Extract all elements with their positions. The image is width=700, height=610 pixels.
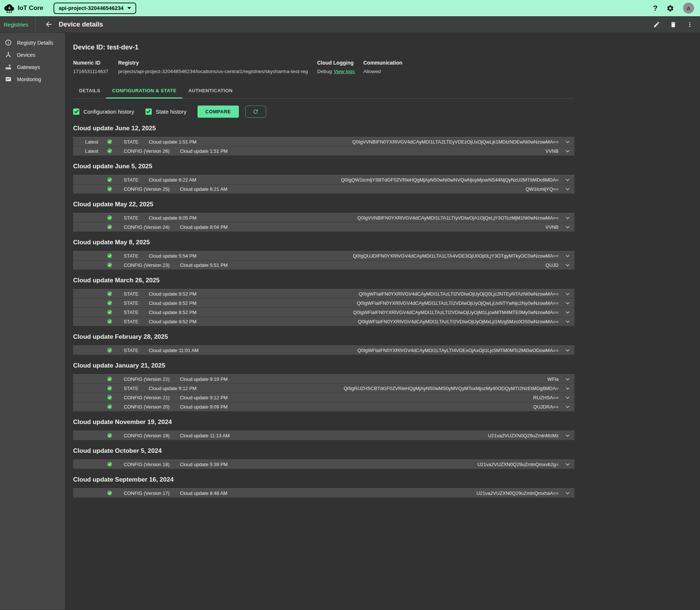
cloud-logging-level: Debug [317,69,332,74]
sidebar-item-label: Gateways [17,64,40,70]
kebab-menu-icon[interactable] [686,21,693,28]
success-check-icon [107,318,113,324]
chevron-down-icon[interactable] [565,300,570,306]
history-row[interactable]: STATE Cloud update 8:52 PM Q0IgWFlaIFN0Y… [73,317,574,326]
view-logs-link[interactable]: View logs [334,69,355,74]
history-row[interactable]: STATE Cloud update 8:52 PM Q0IgWFlaIFN0Y… [73,299,574,308]
refresh-button[interactable] [245,106,266,118]
chevron-down-icon[interactable] [565,433,570,438]
sidebar-item-monitoring[interactable]: Monitoring [0,73,65,85]
row-value: Q0IgWFlaIFN0YXRlVGV4dCAyMDI1LTAzLTI2VDIw… [353,310,559,315]
chevron-down-icon[interactable] [565,224,570,230]
success-check-icon [107,461,113,467]
chevron-down-icon[interactable] [565,395,570,400]
tab-details[interactable]: DETAILS [73,84,106,98]
cloud-logging-block: Cloud Logging DebugView logs [317,60,363,75]
history-row[interactable]: STATE Cloud update 8:52 PM Q0IgWFlaIFN0Y… [73,308,574,317]
section-title: Cloud update February 28, 2025 [73,333,574,341]
help-icon[interactable]: ? [653,4,658,13]
history-row[interactable]: CONFIG (Version 18) Cloud update 5:39 PM… [73,460,574,469]
chevron-down-icon[interactable] [565,148,570,154]
row-type: CONFIG (Version 21) [124,395,169,400]
row-value: Q0IgWFlaIFN0YXRlVGV4dCAyMDI1LTAzLTI2VDIw… [359,291,559,297]
configuration-history-checkbox[interactable] [73,108,79,115]
back-arrow-icon[interactable] [45,20,53,28]
chevron-down-icon[interactable] [565,376,570,382]
chevron-down-icon[interactable] [565,262,570,268]
avatar[interactable]: A [683,3,694,14]
history-row[interactable]: STATE Cloud update 9:12 PM Q0IgRUZHSCBTd… [73,384,574,393]
monitoring-chart-icon [5,76,12,83]
settings-gear-icon[interactable] [666,4,674,12]
section-title: Cloud update May 22, 2025 [73,200,574,208]
chevron-down-icon[interactable] [565,139,570,145]
section-rows: STATE Cloud update 8:52 PM Q0IgWFlaIFN0Y… [73,289,574,326]
tab-authentication[interactable]: AUTHENTICATION [182,84,239,98]
chevron-down-icon[interactable] [565,490,570,496]
state-history-label: State history [156,108,186,115]
compare-button[interactable]: COMPARE [198,106,239,118]
chevron-down-icon[interactable] [565,215,570,221]
history-row[interactable]: CONFIG (Version 25) Cloud update 6:21 AM… [73,185,574,194]
chevron-down-icon[interactable] [565,462,570,467]
chevron-down-icon[interactable] [565,348,570,353]
history-row[interactable]: CONFIG (Version 20) Cloud update 9:09 PM… [73,402,574,411]
row-value: Q0IgWFlaIFN0YXRlVGV4dCAyMDI1LTAzLTI2VDIw… [358,319,559,324]
history-row[interactable]: CONFIG (Version 22) Cloud update 9:19 PM… [73,375,574,384]
chevron-down-icon[interactable] [565,253,570,259]
chevron-down-icon[interactable] [565,186,570,192]
cloud-logging-value: DebugView logs [317,68,363,75]
chevron-down-icon[interactable] [565,319,570,324]
chevron-down-icon[interactable] [565,386,570,391]
breadcrumb-registries[interactable]: Registries [0,21,35,28]
history-row[interactable]: STATE Cloud update 6:22 AM Q0IgQW1lcmljY… [73,175,574,185]
communication-label: Communication [363,60,402,66]
edit-pencil-icon[interactable] [653,21,660,28]
row-value: Q0IgVVNBIFN0YXRlVGV4dCAyMDI1LTA1LTIyVDIw… [357,215,559,221]
history-row[interactable]: STATE Cloud update 5:54 PM Q0IgQUJDIFN0Y… [73,251,574,261]
history-row[interactable]: STATE Cloud update 8:52 PM Q0IgWFlaIFN0Y… [73,289,574,299]
sidebar-item-devices[interactable]: Devices [0,49,65,61]
tab-configuration-state[interactable]: CONFIGURATION & STATE [106,84,182,98]
gateway-router-icon [5,63,12,70]
history-row[interactable]: CONFIG (Version 19) Cloud update 11:13 A… [73,431,574,440]
chevron-down-icon[interactable] [565,310,570,315]
history-row[interactable]: STATE Cloud update 11:01 AM Q0IgWFlaIFN0… [73,346,574,355]
row-tag: Latest [73,139,98,145]
chevron-down-icon[interactable] [565,177,570,183]
section-rows: CONFIG (Version 18) Cloud update 5:39 PM… [73,459,574,469]
history-row[interactable]: Latest STATE Cloud update 1:51 PM Q0IgVV… [73,137,574,147]
success-check-icon [107,432,113,438]
sidebar-item-gateways[interactable]: Gateways [0,61,65,73]
history-row[interactable]: STATE Cloud update 8:05 PM Q0IgVVNBIFN0Y… [73,213,574,223]
iot-core-logo-icon [4,3,15,14]
history-row[interactable]: Latest CONFIG (Version 26) Cloud update … [73,147,574,156]
history-row[interactable]: CONFIG (Version 17) Cloud update 8:48 AM… [73,489,574,498]
row-update: Cloud update 9:19 PM [180,376,227,382]
row-update: Cloud update 9:09 PM [180,404,227,410]
numeric-id-block: Numeric ID 1716531114637 [73,60,118,75]
toolbar-divider [35,16,36,33]
delete-trash-icon[interactable] [670,21,677,28]
row-type: CONFIG (Version 24) [124,224,169,230]
device-meta: Numeric ID 1716531114637 Registry projec… [73,60,574,75]
row-type: STATE [124,386,138,391]
sidebar-item-registry-details[interactable]: Registry Details [0,37,65,49]
row-value: Q0IgWFlaIFN0YXRlVGV4dCAyMDI1LTAyLTI4VDEx… [357,348,559,353]
history-section: Cloud update June 5, 2025 STATE Cloud up… [73,162,574,194]
history-row[interactable]: CONFIG (Version 24) Cloud update 8:04 PM… [73,223,574,232]
row-value: Q0IgRUZHSCBTdGF0ZVRleHQgMjAyNS0wMS0yMVQy… [344,386,559,391]
success-check-icon [107,309,113,315]
history-row[interactable]: CONFIG (Version 23) Cloud update 5:51 PM… [73,261,574,270]
state-history-checkbox[interactable] [145,108,152,115]
section-title: Cloud update May 8, 2025 [73,238,574,247]
history-section: Cloud update November 19, 2024 CONFIG (V… [73,418,574,440]
history-section: Cloud update May 8, 2025 STATE Cloud upd… [73,238,574,270]
chevron-down-icon[interactable] [565,404,570,410]
row-type: CONFIG (Version 18) [124,462,169,467]
project-selector[interactable]: api-project-320446546234 [54,3,136,14]
chevron-down-icon[interactable] [565,291,570,297]
row-type: STATE [124,291,138,297]
history-row[interactable]: CONFIG (Version 21) Cloud update 9:12 PM… [73,393,574,402]
refresh-icon [253,108,259,115]
